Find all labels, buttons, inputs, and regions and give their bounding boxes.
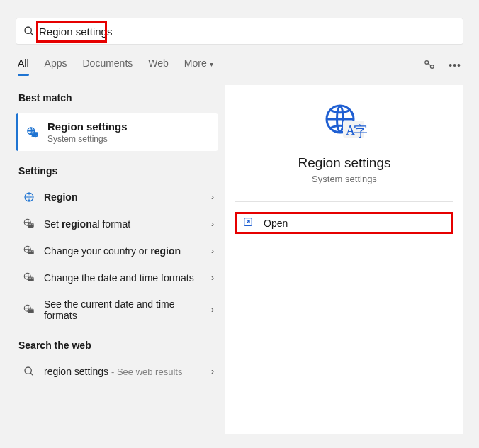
- settings-item-regional-format[interactable]: A字 Set regional format ›: [16, 211, 222, 237]
- search-web-header: Search the web: [16, 337, 222, 358]
- chevron-right-icon: ›: [211, 305, 214, 315]
- search-input[interactable]: [35, 26, 456, 38]
- preview-subtitle: System settings: [238, 174, 451, 184]
- best-match-result[interactable]: A字 Region settings System settings: [16, 113, 218, 151]
- tab-all[interactable]: All: [18, 55, 29, 76]
- tab-apps[interactable]: Apps: [45, 55, 67, 76]
- search-icon: [23, 365, 35, 378]
- chevron-right-icon: ›: [211, 366, 214, 376]
- search-icon: [23, 26, 35, 37]
- chevron-right-icon: ›: [211, 273, 214, 283]
- tab-more[interactable]: More▾: [184, 55, 213, 76]
- svg-point-3: [431, 65, 434, 68]
- settings-item-region[interactable]: Region ›: [16, 184, 222, 211]
- more-options-icon[interactable]: •••: [449, 60, 461, 71]
- region-settings-large-icon: A 字: [322, 102, 367, 144]
- chevron-right-icon: ›: [211, 192, 214, 202]
- flow-icon[interactable]: [423, 58, 436, 73]
- settings-list: Region › A字 Set regional format › A字 Cha…: [16, 184, 222, 328]
- search-bar[interactable]: [16, 18, 463, 45]
- open-action[interactable]: Open: [235, 212, 453, 234]
- svg-text:A字: A字: [28, 278, 33, 281]
- chevron-right-icon: ›: [211, 219, 214, 229]
- region-see-datetime-icon: A字: [23, 303, 35, 316]
- settings-item-date-time-formats[interactable]: A字 Change the date and time formats ›: [16, 264, 222, 291]
- settings-header: Settings: [16, 162, 222, 184]
- filter-tabs: All Apps Documents Web More▾ •••: [0, 52, 479, 77]
- chevron-right-icon: ›: [211, 246, 214, 256]
- best-match-header: Best match: [16, 89, 222, 111]
- settings-item-label: See the current date and time formats: [44, 298, 203, 321]
- region-country-icon: A字: [23, 245, 35, 257]
- svg-line-21: [30, 373, 33, 375]
- best-match-title: Region settings: [47, 121, 128, 133]
- region-format-icon: A字: [23, 218, 35, 230]
- globe-icon: [23, 191, 35, 203]
- best-match-subtitle: System settings: [47, 134, 128, 144]
- divider: [235, 201, 453, 202]
- settings-item-see-date-time[interactable]: A字 See the current date and time formats…: [16, 291, 222, 328]
- tab-documents[interactable]: Documents: [82, 55, 133, 76]
- svg-point-20: [25, 367, 31, 374]
- region-datetime-icon: A字: [23, 271, 35, 284]
- settings-item-label: Change your country or region: [44, 245, 203, 257]
- web-result-label: region settings - See web results: [44, 366, 203, 377]
- svg-text:A字: A字: [32, 132, 38, 136]
- tab-web[interactable]: Web: [148, 55, 169, 76]
- preview-title: Region settings: [238, 155, 451, 171]
- chevron-down-icon: ▾: [210, 60, 213, 68]
- preview-panel: A 字 Region settings System settings Open: [225, 85, 463, 434]
- svg-point-0: [25, 27, 31, 33]
- open-label: Open: [264, 218, 288, 229]
- svg-line-1: [30, 33, 33, 35]
- web-search-result[interactable]: region settings - See web results ›: [16, 358, 222, 385]
- settings-item-label: Change the date and time formats: [44, 272, 203, 284]
- svg-text:字: 字: [354, 123, 367, 139]
- svg-text:A字: A字: [28, 310, 33, 313]
- region-settings-icon: A字: [26, 126, 39, 139]
- svg-text:A字: A字: [28, 224, 33, 228]
- svg-point-2: [425, 60, 429, 64]
- open-icon: [242, 216, 254, 230]
- settings-item-label: Set regional format: [44, 218, 203, 230]
- svg-text:A字: A字: [28, 251, 33, 254]
- settings-item-country-region[interactable]: A字 Change your country or region ›: [16, 237, 222, 264]
- settings-item-label: Region: [44, 191, 203, 203]
